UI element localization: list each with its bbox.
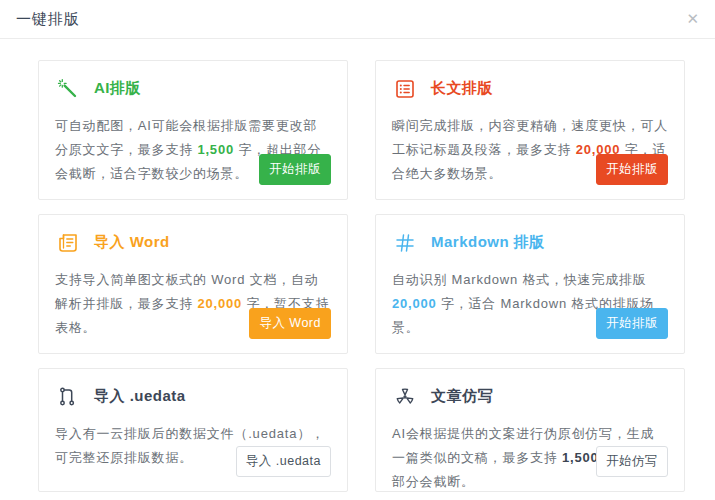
card-markdown-layout: Markdown 排版 自动识别 Markdown 格式，快速完成排版 20,0… [375,214,685,354]
card-header: 导入 Word [55,230,331,255]
close-icon[interactable]: ✕ [683,8,702,29]
dialog-title: 一键排版 [16,10,80,29]
card-title: 导入 .uedata [94,387,186,406]
card-header: Markdown 排版 [392,230,668,255]
word-document-icon [55,230,80,255]
card-title: AI排版 [94,79,141,98]
card-header: 导入 .uedata [55,384,331,409]
desc-limit-number: 20,000 [197,296,242,311]
card-ai-layout: AI排版 可自动配图，AI可能会根据排版需要更改部分原文文字，最多支持 1,50… [38,60,348,200]
fork-icon [55,384,80,409]
start-layout-button[interactable]: 开始排版 [596,308,668,339]
card-header: 文章仿写 [392,384,668,409]
start-layout-button[interactable]: 开始排版 [596,154,668,185]
start-rewrite-button[interactable]: 开始仿写 [596,446,668,477]
import-word-button[interactable]: 导入 Word [249,308,331,339]
dialog-header: 一键排版 ✕ [0,0,715,39]
magic-wand-icon [55,76,80,101]
card-long-article-layout: 长文排版 瞬间完成排版，内容更精确，速度更快，可人工标记标题及段落，最多支持 2… [375,60,685,200]
cards-grid: AI排版 可自动配图，AI可能会根据排版需要更改部分原文文字，最多支持 1,50… [0,39,715,492]
card-import-uedata: 导入 .uedata 导入有一云排版后的数据文件（.uedata）， 可完整还原… [38,368,348,492]
desc-limit-number: 20,000 [392,296,437,311]
import-uedata-button[interactable]: 导入 .uedata [236,446,331,477]
hash-icon [392,230,417,255]
card-title: 导入 Word [94,233,170,252]
card-title: 文章仿写 [431,387,493,406]
card-header: 长文排版 [392,76,668,101]
card-title: Markdown 排版 [431,233,545,252]
card-import-word: 导入 Word 支持导入简单图文板式的 Word 文档，自动解析并排版，最多支持… [38,214,348,354]
desc-limit-number: 1,500 [562,450,599,465]
start-layout-button[interactable]: 开始排版 [259,154,331,185]
card-header: AI排版 [55,76,331,101]
card-title: 长文排版 [431,79,493,98]
desc-text: 自动识别 Markdown 格式，快速完成排版 [392,272,647,287]
radiation-icon [392,384,417,409]
ordered-list-icon [392,76,417,101]
card-article-rewrite: 文章仿写 AI会根据提供的文案进行伪原创仿写，生成一篇类似的文稿，最多支持 1,… [375,368,685,492]
desc-limit-number: 1,500 [197,142,234,157]
